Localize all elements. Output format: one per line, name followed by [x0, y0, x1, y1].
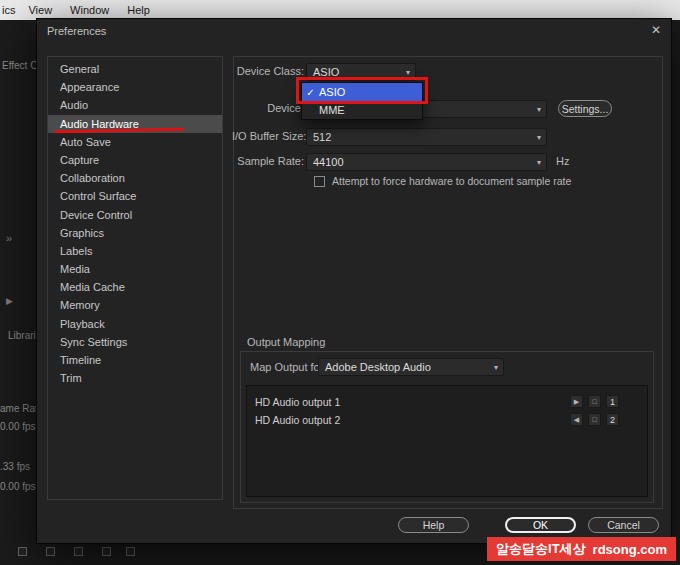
settings-button[interactable]: Settings... [558, 100, 612, 117]
chevron-down-icon: ▾ [537, 105, 546, 114]
sidebar-item-sync-settings[interactable]: Sync Settings [48, 333, 222, 351]
watermark-domain: rdsong.com [593, 542, 667, 557]
close-icon[interactable]: ✕ [651, 23, 661, 37]
map-output-for-value: Adobe Desktop Audio [319, 361, 494, 373]
statusbar-icon [126, 547, 135, 556]
red-rectangle-annotation [296, 77, 428, 104]
sidebar-item-general[interactable]: General [48, 60, 222, 78]
menu-item-view[interactable]: View [19, 0, 61, 20]
channel-direction-button[interactable]: ▶ [570, 395, 583, 408]
statusbar-icon [102, 547, 111, 556]
sidebar-item-appearance[interactable]: Appearance [48, 78, 222, 96]
double-chevron-icon: » [6, 232, 12, 244]
statusbar-icon [18, 547, 27, 556]
io-buffer-size-dropdown[interactable]: 512 ▾ [306, 128, 547, 146]
dialog-title: Preferences [47, 25, 106, 37]
chevron-down-icon: ▾ [406, 68, 415, 77]
watermark-badge: 알송달송IT세상 rdsong.com [487, 537, 676, 561]
sidebar-item-labels[interactable]: Labels [48, 242, 222, 260]
frame-rate-column-fragment: ame Rat [0, 403, 38, 414]
chevron-down-icon: ▾ [537, 158, 546, 167]
chevron-down-icon: ▾ [494, 363, 503, 372]
output-row: HD Audio output 1 ▶ □ 1 [247, 394, 647, 411]
sidebar-item-trim[interactable]: Trim [48, 369, 222, 387]
fps-value-fragment: .33 fps [0, 461, 30, 472]
device-class-label: Device Class: [232, 65, 304, 77]
map-output-for-dropdown[interactable]: Adobe Desktop Audio ▾ [318, 358, 504, 376]
ok-button[interactable]: OK [505, 517, 576, 533]
sample-rate-unit: Hz [556, 155, 569, 167]
sidebar-item-memory[interactable]: Memory [48, 296, 222, 314]
sidebar-item-media-cache[interactable]: Media Cache [48, 278, 222, 296]
io-buffer-size-value: 512 [307, 131, 537, 143]
channel-number-button[interactable]: 2 [606, 413, 619, 426]
statusbar-icon [46, 547, 55, 556]
fps-value-fragment: 0.00 fps [0, 481, 36, 492]
statusbar-icon [74, 547, 83, 556]
preferences-dialog: Preferences ✕ General Appearance Audio A… [36, 18, 672, 544]
cancel-button[interactable]: Cancel [588, 517, 659, 533]
sidebar-item-capture[interactable]: Capture [48, 151, 222, 169]
fps-value-fragment: 0.00 fps [0, 421, 36, 432]
sidebar-item-control-surface[interactable]: Control Surface [48, 187, 222, 205]
sidebar-item-device-control[interactable]: Device Control [48, 206, 222, 224]
force-sample-rate-checkbox-label: Attempt to force hardware to document sa… [332, 175, 571, 187]
sidebar-item-timeline[interactable]: Timeline [48, 351, 222, 369]
device-label: Device: [232, 102, 304, 114]
sidebar-item-audio[interactable]: Audio [48, 96, 222, 114]
watermark-site-name: 알송달송IT세상 [496, 540, 586, 558]
sidebar-item-playback[interactable]: Playback [48, 315, 222, 333]
channel-number-button[interactable]: 1 [606, 395, 619, 408]
menu-item-graphics-partial[interactable]: ics [0, 0, 19, 20]
map-output-for-label: Map Output for: [250, 361, 326, 373]
sidebar-item-auto-save[interactable]: Auto Save [48, 133, 222, 151]
preferences-category-list: General Appearance Audio Audio Hardware … [47, 56, 223, 500]
audio-hardware-settings-panel: Device Class: ASIO ▾ Device: ▾ Settings.… [233, 56, 663, 509]
force-sample-rate-checkbox[interactable] [314, 176, 325, 187]
effect-controls-tab-fragment: Effect C [2, 60, 37, 71]
menu-item-help[interactable]: Help [118, 0, 159, 20]
output-mapping-group: Map Output for: Adobe Desktop Audio ▾ HD… [240, 351, 654, 503]
speaker-mute-button[interactable]: □ [588, 395, 601, 408]
output-name: HD Audio output 2 [255, 414, 340, 426]
io-buffer-size-label: I/O Buffer Size: [232, 130, 304, 142]
output-mapping-list: HD Audio output 1 ▶ □ 1 HD Audio output … [246, 385, 648, 497]
menu-item-window[interactable]: Window [61, 0, 118, 20]
output-row: HD Audio output 2 ◀ □ 2 [247, 412, 647, 429]
sidebar-item-media[interactable]: Media [48, 260, 222, 278]
sample-rate-value: 44100 [307, 156, 537, 168]
speaker-mute-button[interactable]: □ [588, 413, 601, 426]
help-button[interactable]: Help [398, 517, 469, 533]
sidebar-item-collaboration[interactable]: Collaboration [48, 169, 222, 187]
menu-bar: ics View Window Help [0, 0, 680, 20]
play-icon: ▶ [6, 296, 13, 306]
dropdown-option-label: MME [319, 104, 345, 116]
sidebar-item-graphics[interactable]: Graphics [48, 224, 222, 242]
output-name: HD Audio output 1 [255, 396, 340, 408]
output-mapping-section-title: Output Mapping [247, 336, 325, 348]
chevron-down-icon: ▾ [537, 133, 546, 142]
sample-rate-label: Sample Rate: [232, 155, 304, 167]
sample-rate-dropdown[interactable]: 44100 ▾ [306, 153, 547, 171]
channel-direction-button[interactable]: ◀ [570, 413, 583, 426]
